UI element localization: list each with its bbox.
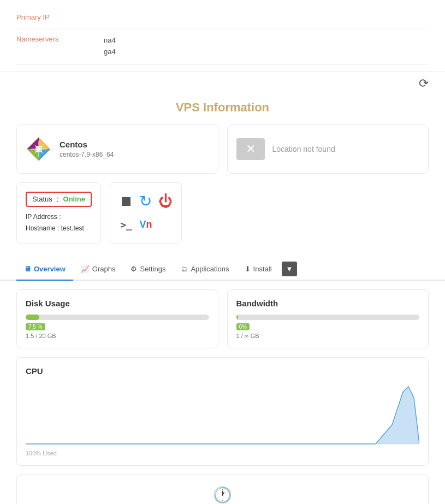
cpu-used-label: 100% Used xyxy=(26,450,419,456)
x-icon: ✕ xyxy=(246,142,256,156)
disk-usage-title: Disk Usage xyxy=(26,299,209,308)
power-button[interactable]: ⏻ xyxy=(158,193,173,210)
tabs-bar: 🖥 Overview 📈 Graphs ⚙ Settings 🗂 Applica… xyxy=(0,258,445,281)
refresh-area: ⟳ xyxy=(0,72,445,91)
tab-install[interactable]: ⬇ Install xyxy=(237,258,280,281)
tab-overview[interactable]: 🖥 Overview xyxy=(16,258,73,281)
tab-settings[interactable]: ⚙ Settings xyxy=(123,258,173,281)
svg-rect-12 xyxy=(122,197,130,206)
refresh-icon[interactable]: ⟳ xyxy=(419,76,429,91)
primary-ip-row: Primary IP xyxy=(16,7,429,28)
disk-progress-bg xyxy=(26,315,209,320)
info-cards-row1: Centos centos-7.9-x86_64 ✕ Location not … xyxy=(0,124,445,182)
location-not-found-text: Location not found xyxy=(272,145,335,153)
cpu-card: CPU 100% Used xyxy=(16,357,429,466)
disk-detail: 1.5 / 20 GB xyxy=(26,333,209,339)
overview-icon: 🖥 xyxy=(24,265,31,273)
bandwidth-card: Bandwidth 0% 1 / ∞ GB xyxy=(227,289,429,348)
restart-button[interactable]: ↻ xyxy=(139,192,152,210)
bandwidth-title: Bandwidth xyxy=(236,299,420,308)
bottom-card: 🕐 xyxy=(16,475,429,504)
tab-graphs[interactable]: 📈 Graphs xyxy=(73,258,123,281)
chevron-down-icon: ▼ xyxy=(286,265,293,273)
tab-applications-label: Applications xyxy=(191,265,229,273)
nameservers-value: na4 ga4 xyxy=(104,35,116,58)
os-card: Centos centos-7.9-x86_64 xyxy=(16,124,218,174)
status-value: Online xyxy=(63,195,85,203)
nameservers-row: Nameservers na4 ga4 xyxy=(16,28,429,65)
tab-graphs-label: Graphs xyxy=(92,265,116,273)
location-card: ✕ Location not found xyxy=(227,124,429,174)
bandwidth-detail: 1 / ∞ GB xyxy=(236,333,420,339)
os-info: Centos centos-7.9-x86_64 xyxy=(60,140,114,158)
os-name: Centos xyxy=(60,140,114,149)
svg-marker-14 xyxy=(26,387,419,444)
vnc-button[interactable]: Vn xyxy=(139,219,152,230)
status-label: Status xyxy=(32,195,52,203)
location-not-found-icon: ✕ xyxy=(236,138,265,160)
os-version: centos-7.9-x86_64 xyxy=(60,151,114,158)
cpu-title: CPU xyxy=(26,366,419,376)
primary-ip-label: Primary IP xyxy=(16,13,104,21)
tab-settings-label: Settings xyxy=(140,265,165,273)
graphs-icon: 📈 xyxy=(81,265,90,273)
tab-overview-label: Overview xyxy=(34,265,66,273)
cpu-chart xyxy=(26,381,419,447)
disk-usage-card: Disk Usage 7.5 % 1.5 / 20 GB xyxy=(16,289,218,348)
usage-cards: Disk Usage 7.5 % 1.5 / 20 GB Bandwidth 0… xyxy=(0,281,445,357)
actions-grid: ↻ ⏻ >_ Vn xyxy=(119,192,173,234)
bandwidth-progress-fill xyxy=(236,315,238,320)
tab-more-button[interactable]: ▼ xyxy=(282,262,298,276)
settings-icon: ⚙ xyxy=(130,265,137,273)
bandwidth-percent-badge: 0% xyxy=(236,323,250,330)
ip-address-line: IP Address : xyxy=(26,211,92,223)
tab-install-label: Install xyxy=(253,265,272,273)
centos-logo-icon xyxy=(26,136,52,162)
hostname-line: Hostname : test.test xyxy=(26,223,92,235)
vps-info-title: VPS Information xyxy=(0,91,445,124)
stop-button[interactable] xyxy=(120,195,132,207)
install-icon: ⬇ xyxy=(245,265,251,273)
disk-percent-badge: 7.5 % xyxy=(26,323,45,330)
clock-icon: 🕐 xyxy=(213,486,232,504)
tab-applications[interactable]: 🗂 Applications xyxy=(173,258,236,281)
status-badge: Status : Online xyxy=(26,192,92,207)
console-button[interactable]: >_ xyxy=(120,219,132,230)
info-cards-row2: Status : Online IP Address : Hostname : … xyxy=(0,182,445,253)
nameservers-label: Nameservers xyxy=(16,35,104,43)
disk-progress-fill xyxy=(26,315,39,320)
bandwidth-progress-bg xyxy=(236,315,420,320)
applications-icon: 🗂 xyxy=(181,265,188,273)
status-card: Status : Online IP Address : Hostname : … xyxy=(16,182,101,244)
actions-card: ↻ ⏻ >_ Vn xyxy=(110,182,182,244)
